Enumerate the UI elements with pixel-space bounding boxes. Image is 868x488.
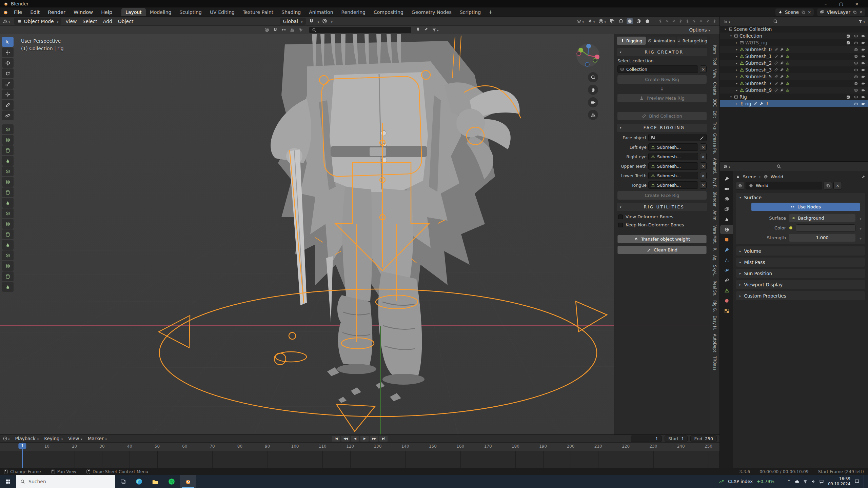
tool-addon-13[interactable] xyxy=(2,250,14,260)
npanel-category-tab[interactable]: Rig G. xyxy=(712,300,717,312)
editor-type-3dview-icon[interactable] xyxy=(3,19,10,24)
taskbar-app-edge[interactable] xyxy=(131,475,147,488)
tray-volume-icon[interactable] xyxy=(811,479,816,484)
timeline-menu[interactable]: Keying xyxy=(44,436,63,441)
preview-meta-rig-button[interactable]: Preview Meta Rig xyxy=(617,94,707,102)
npanel-tab[interactable]: Rigging xyxy=(617,37,646,45)
gizmos-icon[interactable] xyxy=(587,18,596,24)
search-icon[interactable] xyxy=(773,19,778,24)
tab-physics[interactable] xyxy=(720,266,733,275)
toolsettings-icon[interactable] xyxy=(273,27,278,32)
disable-render-camera-icon[interactable] xyxy=(861,47,866,52)
editor-type-timeline-icon[interactable] xyxy=(3,436,10,441)
viewport-menu[interactable]: Add xyxy=(103,19,112,24)
outliner-row[interactable]: Submesh_0 xyxy=(720,46,868,53)
expand-caret-icon[interactable] xyxy=(734,55,739,58)
menu-item[interactable]: Render xyxy=(44,8,69,16)
show-desktop-button[interactable] xyxy=(864,475,865,488)
workspace-tab[interactable]: Compositing xyxy=(370,8,408,16)
disable-render-camera-icon[interactable] xyxy=(861,61,866,65)
disable-render-camera-icon[interactable] xyxy=(861,95,866,99)
workspace-tab[interactable]: Modeling xyxy=(146,8,176,16)
taskbar-app-explorer[interactable] xyxy=(147,475,163,488)
search-icon[interactable] xyxy=(776,164,781,169)
expand-caret-icon[interactable] xyxy=(734,41,739,44)
overlays-icon[interactable] xyxy=(598,18,607,24)
tab-world[interactable] xyxy=(720,225,733,234)
header-extra-icon[interactable] xyxy=(712,19,717,23)
color-swatch-field[interactable] xyxy=(796,224,855,231)
maximize-button[interactable]: ▢ xyxy=(833,1,849,6)
breadcrumb-scene[interactable]: Scene xyxy=(743,174,756,179)
expand-caret-icon[interactable] xyxy=(734,88,739,92)
visibility-icon[interactable] xyxy=(576,18,585,24)
options-dropdown[interactable]: Options xyxy=(689,27,710,33)
clear-face-slot-button[interactable] xyxy=(700,172,707,179)
viewport-canvas[interactable]: User Perspective (1) Collection | rig xyxy=(0,34,719,434)
tab-constraints[interactable] xyxy=(720,276,733,285)
pin-icon[interactable] xyxy=(861,174,865,179)
proportional-settings-caret[interactable] xyxy=(330,19,333,24)
npanel-category-tab[interactable]: Blender xyxy=(712,191,717,207)
taskbar-app-blender[interactable] xyxy=(180,475,196,488)
hide-viewport-eye-icon[interactable] xyxy=(854,61,858,65)
collapsed-panel-header[interactable]: Volume xyxy=(736,247,865,255)
shading-material-icon[interactable] xyxy=(635,18,642,24)
tool-addon-10[interactable] xyxy=(2,219,14,229)
toolsettings-icon[interactable] xyxy=(264,27,269,32)
hide-viewport-eye-icon[interactable] xyxy=(854,41,858,45)
outliner-row[interactable]: Submesh_9 xyxy=(720,87,868,94)
stock-chart-icon[interactable] xyxy=(719,479,724,484)
tab-output[interactable] xyxy=(720,195,733,204)
collection-checkbox-icon[interactable] xyxy=(846,95,850,99)
collection-checkbox-icon[interactable] xyxy=(846,34,850,38)
collapsed-panel-header[interactable]: Custom Properties xyxy=(736,291,865,300)
prev-keyframe-button[interactable]: ◀◀ xyxy=(341,436,350,442)
menu-item[interactable]: Help xyxy=(97,8,116,16)
taskbar-search[interactable] xyxy=(16,475,115,488)
proportional-editing-icon[interactable] xyxy=(322,19,327,24)
timeline-menu[interactable]: Playback xyxy=(15,436,39,441)
next-keyframe-button[interactable]: ▶▶ xyxy=(370,436,378,442)
viewport-menu[interactable]: View xyxy=(65,19,77,24)
expand-caret-icon[interactable] xyxy=(734,102,739,105)
tool-addon-12[interactable] xyxy=(2,240,14,250)
face-slot-field[interactable]: Submesh... xyxy=(648,162,698,170)
jump-end-button[interactable]: ▶| xyxy=(379,436,388,442)
tab-modifiers[interactable] xyxy=(720,245,733,255)
outliner-row[interactable]: Rig xyxy=(720,94,868,100)
current-frame-field[interactable]: 1 xyxy=(631,435,662,442)
npanel-category-tab[interactable]: Anim. xyxy=(712,210,717,222)
clear-face-slot-button[interactable] xyxy=(700,162,707,170)
workspace-tab[interactable]: Rendering xyxy=(337,8,370,16)
npanel-category-tab[interactable]: View xyxy=(712,69,717,78)
close-button[interactable]: × xyxy=(849,1,865,6)
disable-render-camera-icon[interactable] xyxy=(861,41,866,45)
filter-icon[interactable] xyxy=(858,18,865,24)
menu-item[interactable]: Window xyxy=(70,8,97,16)
disable-render-camera-icon[interactable] xyxy=(861,102,866,106)
expand-caret-icon[interactable] xyxy=(734,48,739,51)
outliner-row[interactable]: Submesh_2 xyxy=(720,60,868,66)
npanel-tab[interactable]: Animation xyxy=(647,37,676,45)
animate-decorator-icon[interactable] xyxy=(859,235,863,240)
collection-field[interactable]: Collection xyxy=(617,65,698,73)
disable-render-camera-icon[interactable] xyxy=(861,88,866,93)
header-extra-icon[interactable] xyxy=(692,19,696,23)
tab-render[interactable] xyxy=(720,184,733,194)
npanel-category-tab[interactable]: Item xyxy=(712,45,717,54)
browse-world-button[interactable] xyxy=(736,182,744,189)
toolsettings-icon[interactable] xyxy=(290,27,295,32)
disable-render-camera-icon[interactable] xyxy=(861,68,866,72)
tab-particles[interactable] xyxy=(720,256,733,265)
npanel-category-tab[interactable]: Edit xyxy=(712,110,717,118)
world-name-field[interactable]: World xyxy=(746,182,822,189)
hide-viewport-eye-icon[interactable] xyxy=(854,88,858,93)
notification-center-icon[interactable] xyxy=(854,479,860,484)
taskbar-search-input[interactable] xyxy=(28,479,111,484)
hide-viewport-eye-icon[interactable] xyxy=(854,54,858,59)
npanel-category-tab[interactable]: Real Sn. xyxy=(712,281,717,297)
disable-render-camera-icon[interactable] xyxy=(861,34,866,38)
npanel-category-tab[interactable]: Aq. xyxy=(712,255,717,262)
tool-search-input[interactable] xyxy=(319,27,408,33)
